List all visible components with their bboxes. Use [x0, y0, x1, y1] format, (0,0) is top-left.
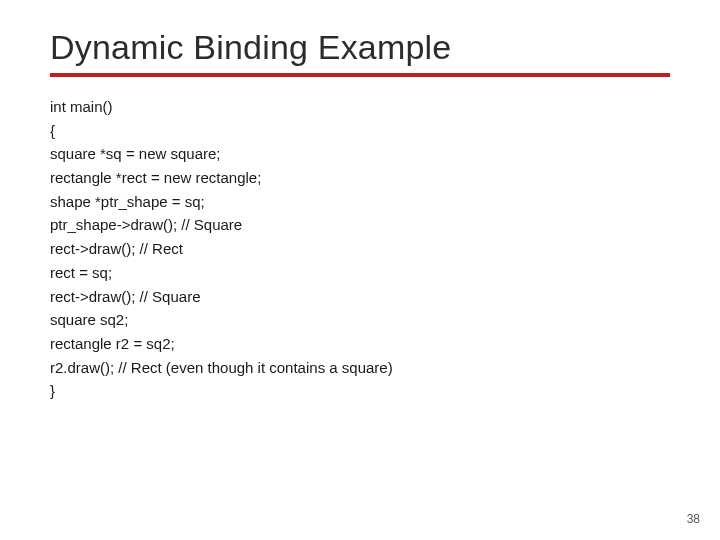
page-number: 38	[687, 512, 700, 526]
code-line: rect->draw(); // Square	[50, 285, 670, 309]
code-block: int main() { square *sq = new square; re…	[50, 95, 670, 403]
code-line: rectangle r2 = sq2;	[50, 332, 670, 356]
code-line: rect->draw(); // Rect	[50, 237, 670, 261]
code-line: rect = sq;	[50, 261, 670, 285]
slide: Dynamic Binding Example int main() { squ…	[0, 0, 720, 540]
code-line: square sq2;	[50, 308, 670, 332]
code-line: {	[50, 119, 670, 143]
code-line: ptr_shape->draw(); // Square	[50, 213, 670, 237]
code-line: rectangle *rect = new rectangle;	[50, 166, 670, 190]
code-line: }	[50, 379, 670, 403]
title-underline	[50, 73, 670, 77]
slide-title: Dynamic Binding Example	[50, 28, 670, 67]
code-line: square *sq = new square;	[50, 142, 670, 166]
code-line: r2.draw(); // Rect (even though it conta…	[50, 356, 670, 380]
code-line: int main()	[50, 95, 670, 119]
code-line: shape *ptr_shape = sq;	[50, 190, 670, 214]
